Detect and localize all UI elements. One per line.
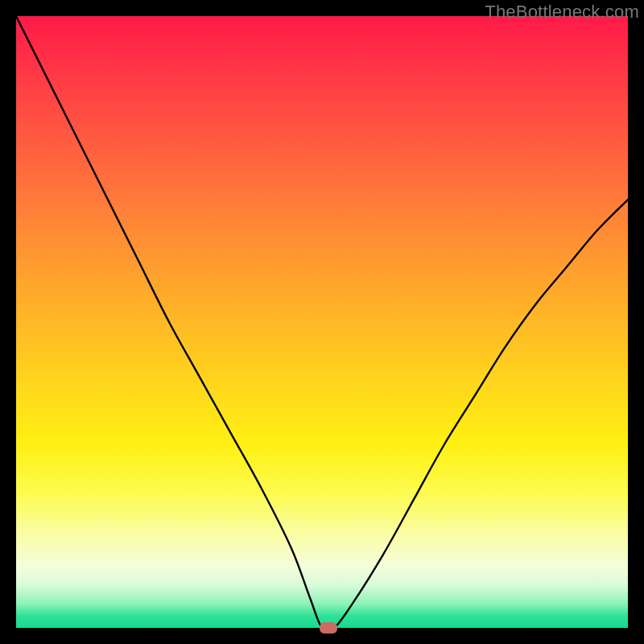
- optimum-marker: [320, 622, 337, 634]
- watermark-text: TheBottleneck.com: [485, 2, 639, 23]
- plot-area: [16, 16, 628, 628]
- bottleneck-curve: [16, 16, 628, 628]
- chart-canvas: TheBottleneck.com: [0, 0, 644, 644]
- curve-svg: [16, 16, 628, 628]
